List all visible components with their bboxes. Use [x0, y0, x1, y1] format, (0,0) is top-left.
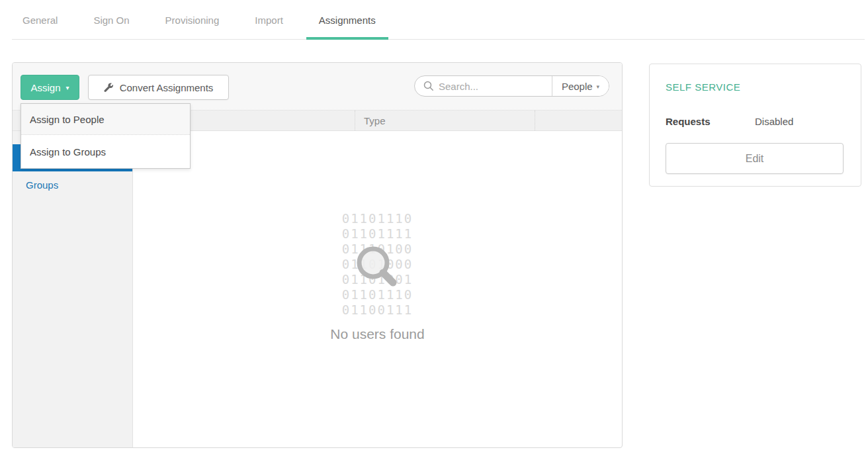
tab-general[interactable]: General [10, 0, 70, 40]
chevron-down-icon: ▾ [597, 83, 600, 90]
menu-item-assign-to-groups[interactable]: Assign to Groups [21, 135, 190, 168]
menu-item-assign-to-people[interactable]: Assign to People [21, 104, 190, 135]
wrench-icon [104, 83, 114, 93]
search-pill: People ▾ [414, 75, 609, 97]
filter-sidebar: People Groups [13, 131, 133, 447]
search-scope-label: People [562, 81, 593, 92]
requests-status-value: Disabled [755, 116, 793, 127]
edit-button[interactable]: Edit [666, 143, 844, 174]
requests-label: Requests [666, 116, 755, 127]
tab-assignments[interactable]: Assignments [306, 0, 388, 40]
convert-assignments-label: Convert Assignments [120, 82, 214, 93]
search-input[interactable] [439, 81, 538, 92]
assignments-panel: Assign ▾ Convert Assignments [12, 62, 623, 448]
assign-dropdown-menu: Assign to People Assign to Groups [21, 103, 191, 169]
table-header-actions [535, 111, 622, 130]
tab-separator-line [12, 39, 865, 40]
self-service-panel: SELF SERVICE Requests Disabled Edit [649, 64, 861, 187]
chevron-down-icon: ▾ [66, 84, 69, 91]
magnifier-icon [353, 243, 404, 293]
search-scope-selector[interactable]: People ▾ [552, 76, 609, 96]
tab-provisioning[interactable]: Provisioning [153, 0, 232, 40]
convert-assignments-button[interactable]: Convert Assignments [88, 75, 229, 100]
tab-import[interactable]: Import [242, 0, 296, 40]
search-icon [423, 81, 434, 91]
assign-button[interactable]: Assign ▾ [21, 75, 79, 100]
self-service-title: SELF SERVICE [666, 81, 740, 93]
tab-sign-on[interactable]: Sign On [81, 0, 142, 40]
app-tab-bar: General Sign On Provisioning Import Assi… [0, 0, 868, 40]
sidebar-item-groups[interactable]: Groups [13, 171, 132, 199]
assign-button-label: Assign [30, 82, 60, 93]
table-header-type: Type [355, 111, 535, 130]
empty-state-message: No users found [133, 326, 622, 342]
